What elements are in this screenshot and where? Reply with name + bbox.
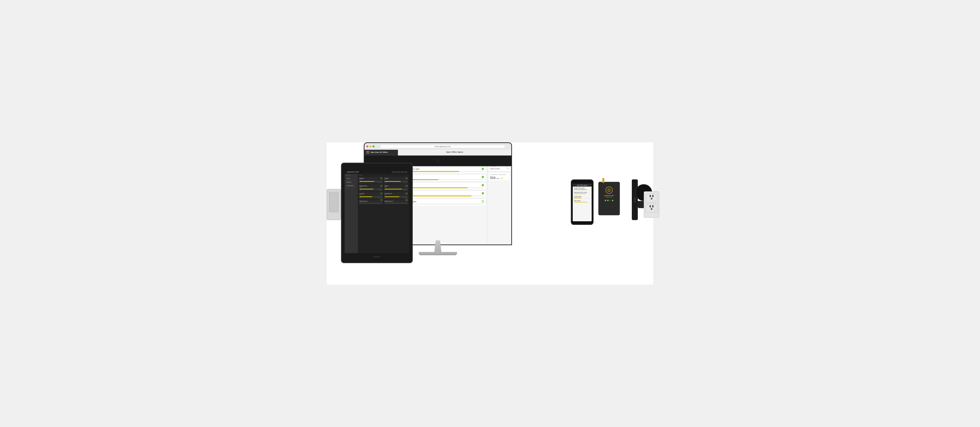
traffic-light-minimize[interactable] — [369, 145, 371, 147]
outlet-hole — [652, 205, 654, 207]
traffic-light-close[interactable] — [366, 145, 368, 147]
scenes-list-icon[interactable]: ☰ — [507, 168, 509, 170]
hamburger-icon[interactable] — [366, 151, 369, 153]
phone-device: Open Office Space Design Team Lights Eng… — [571, 179, 593, 225]
phone-zone-4[interactable]: Office Lights — [573, 199, 592, 204]
sidebar-header: New York, NY Office — [364, 150, 398, 155]
list-item[interactable]: Warehouse 1 — [359, 200, 383, 204]
traffic-light-fullscreen[interactable] — [372, 145, 374, 147]
zone-toggle[interactable] — [482, 168, 484, 170]
product-showcase: Lightcloud Touch 2:49pm Friday, March 18… — [327, 142, 653, 285]
outlet-ground — [651, 198, 652, 199]
gateway-device: Lightcloud® Gateway 4G — [593, 182, 625, 224]
gateway-model: Gateway 4G — [600, 196, 618, 198]
sidebar-title: New York, NY Office — [371, 151, 388, 153]
outlet-hole — [649, 205, 651, 207]
outlet-ground — [651, 208, 652, 210]
outlet-hole — [649, 195, 651, 197]
zone-toggle[interactable] — [482, 200, 484, 202]
watts-value: 504 — [490, 176, 495, 179]
outlet-hole — [652, 195, 654, 197]
wall-switch-device — [327, 189, 341, 220]
gateway-brand: Lightcloud® — [600, 195, 618, 196]
browser-chrome: control.lightcloud.com — [364, 143, 511, 150]
zone-toggle[interactable] — [482, 192, 484, 194]
gateway-led-1 — [605, 200, 606, 201]
tablet-title: Lightcloud Touch — [347, 171, 359, 173]
phone-zone-1[interactable]: Design Team Lights — [573, 186, 592, 191]
list-item[interactable]: Engineering Edit DIM MAX 100% — [359, 185, 383, 191]
apple-logo-icon:  — [437, 159, 438, 163]
svg-point-0 — [608, 189, 611, 191]
gateway-logo-icon — [606, 186, 612, 194]
gateway-leds — [600, 200, 618, 201]
gateway-led-3 — [609, 200, 611, 201]
watts-unit: Watts — [496, 178, 500, 179]
gateway-antenna — [602, 178, 604, 183]
tablet-scene-presentation[interactable]: Presentation — [346, 184, 356, 188]
list-item[interactable]: Office Edit DIM MAX 100% — [384, 185, 408, 191]
tablet-scene-allon[interactable]: All On — [346, 177, 356, 180]
zone-toggle[interactable] — [482, 184, 484, 186]
switch-rocker[interactable] — [329, 192, 339, 212]
scenes-value[interactable]: Select Scene — [490, 168, 500, 170]
tablet-zones-label: ZONES — [359, 175, 408, 176]
tablet-scene-meeting[interactable]: Meeting — [346, 180, 356, 184]
gateway-led-4 — [612, 200, 613, 201]
bolt-icon: ⚡ — [501, 177, 503, 179]
list-item[interactable]: Conference Dim DIM MAX 100% — [384, 192, 408, 199]
outlet-device: R NT — [643, 191, 660, 225]
list-item[interactable]: Lounge Dim DIM MAX 100% — [359, 192, 383, 199]
phone-zone-3[interactable]: Lounge Lights — [573, 195, 592, 199]
tablet-device: Lightcloud Touch 2:49pm Friday, March 18… — [341, 163, 413, 263]
tablet-zones-grid: Design Dim DIM MAX 100% Lobby — [359, 177, 408, 204]
zone-toggle[interactable] — [482, 176, 484, 178]
list-item[interactable]: Design Dim DIM MAX 100% — [359, 177, 383, 184]
gateway-led-2 — [607, 200, 609, 201]
current-demand-section: CURRENT DEMAND 504 Watts ⚡ — [488, 172, 510, 181]
browser-url-bar[interactable]: control.lightcloud.com — [380, 145, 504, 148]
tablet-scenes-label: SCENES — [346, 175, 356, 176]
right-panel: SCHEDULES EDIT No Schedules ☰ — [487, 155, 511, 244]
page-title: Open Office Space — [398, 150, 511, 155]
imac-foot — [419, 252, 457, 255]
list-item[interactable]: Warehouse 2 — [384, 200, 408, 204]
phone-header: Open Office Space — [573, 184, 592, 186]
content-body: ZONES Design Team Lights Engin — [398, 155, 511, 244]
tablet-brand-text: Lightcloud® — [373, 256, 380, 257]
phone-zone-2[interactable]: Engineering Team Lights — [573, 191, 592, 195]
list-item[interactable]: Lobby Dim DIM MAX 100% — [384, 177, 408, 184]
tablet-time: 2:49pm Friday, March 18th — [392, 171, 407, 173]
